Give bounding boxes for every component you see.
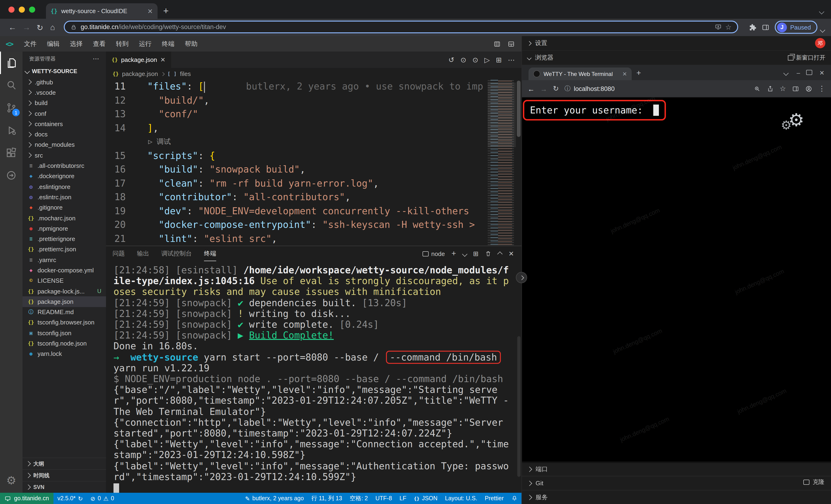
home-icon[interactable]: ⌂ xyxy=(50,23,55,32)
problems-item[interactable]: ⊘ 0 ⚠ 0 xyxy=(87,495,118,502)
menu-item[interactable]: 运行 xyxy=(134,40,156,48)
close-window-icon[interactable] xyxy=(8,6,15,13)
menu-item[interactable]: 选择 xyxy=(65,40,88,48)
tab-close-icon[interactable]: ✕ xyxy=(147,7,153,15)
formatter-item[interactable]: Prettier xyxy=(481,495,508,502)
tree-folder[interactable]: node_modules xyxy=(23,140,106,150)
terminal-scrollbar[interactable] xyxy=(517,336,520,477)
mini-reload-icon[interactable]: ↻ xyxy=(553,84,559,93)
mini-maximize-icon[interactable] xyxy=(806,70,812,76)
profile-paused-button[interactable]: J Paused xyxy=(775,21,818,34)
panel-tab[interactable]: 输出 xyxy=(137,246,149,261)
panel-tab[interactable]: 调试控制台 xyxy=(161,246,192,261)
more-actions-icon[interactable]: ⋯ xyxy=(508,56,515,64)
explorer-icon[interactable] xyxy=(0,52,23,74)
tree-file[interactable]: ©LICENSE xyxy=(23,275,106,286)
code-line[interactable]: 11 "files": [butlerx, 2 years ago • use … xyxy=(106,80,521,93)
browser-tab[interactable]: {} wetty-source - CloudIDE ✕ xyxy=(46,3,157,19)
next-change-icon[interactable]: ⊙ xyxy=(472,56,478,64)
code-line[interactable]: 16 "build": "snowpack build", xyxy=(106,163,521,177)
tab-search-icon[interactable] xyxy=(820,7,824,16)
breadcrumb[interactable]: {} package.json [ ] files xyxy=(106,68,521,80)
search-icon[interactable] xyxy=(0,74,23,96)
extensions-puzzle-icon[interactable] xyxy=(748,24,756,31)
cursor-position-item[interactable]: 行 11, 列 13 xyxy=(308,494,346,502)
tree-file[interactable]: {}tsconfig.node.json xyxy=(23,338,106,349)
tree-file[interactable]: ◆docker-compose.yml xyxy=(23,265,106,276)
browser-section-header[interactable]: 浏览器 新窗口打开 xyxy=(522,51,831,65)
code-line[interactable]: 14 ], xyxy=(106,121,521,135)
remote-explorer-icon[interactable] xyxy=(0,164,23,186)
tree-folder[interactable]: conf xyxy=(23,108,106,119)
tree-file[interactable]: ≡.prettierignore xyxy=(23,234,106,244)
toggle-layout-icon[interactable] xyxy=(493,40,501,48)
notifications-bell-icon[interactable] xyxy=(508,495,521,502)
split-terminal-icon[interactable]: ⊞ xyxy=(473,250,478,257)
right-panel-section[interactable]: Git xyxy=(522,476,831,490)
address-bar[interactable]: go.titanide.cn/ide/web/coding/wetty-sour… xyxy=(64,21,738,33)
tree-file[interactable]: ◎.eslintignore xyxy=(23,181,106,192)
mini-forward-icon[interactable]: → xyxy=(540,85,547,93)
mini-tab-close-icon[interactable]: ✕ xyxy=(622,70,627,77)
tree-folder[interactable]: .vscode xyxy=(23,87,106,98)
sidebar-section[interactable]: 大纲 xyxy=(23,457,106,469)
editor-tab-package-json[interactable]: {} package.json ✕ xyxy=(106,52,171,68)
panel-tab[interactable]: 问题 xyxy=(113,246,125,261)
right-panel-section[interactable]: 服务 xyxy=(522,490,831,504)
menu-item[interactable]: 查看 xyxy=(88,40,111,48)
source-control-icon[interactable]: 1 xyxy=(0,96,23,119)
clone-button[interactable]: 克隆 xyxy=(803,478,825,486)
mini-new-tab-icon[interactable]: + xyxy=(636,68,641,78)
minimize-window-icon[interactable] xyxy=(19,6,25,13)
sidebar-more-icon[interactable]: ⋯ xyxy=(93,55,99,62)
language-item[interactable]: {} JSON xyxy=(410,495,441,502)
discard-icon[interactable]: ↺ xyxy=(448,56,454,64)
menu-item[interactable]: 转到 xyxy=(111,40,134,48)
mini-menu-icon[interactable]: ⋮ xyxy=(818,84,825,93)
new-tab-button[interactable]: + xyxy=(163,4,169,17)
breadcrumb-file[interactable]: package.json xyxy=(122,70,158,77)
terminal-profile-select[interactable]: node xyxy=(422,250,445,257)
settings-section-header[interactable]: 设置 邓 xyxy=(522,36,831,51)
prev-change-icon[interactable]: ⊙ xyxy=(460,56,466,64)
code-line[interactable]: 19 "dev": "NODE_ENV=development concurre… xyxy=(106,204,521,218)
tree-folder[interactable]: docs xyxy=(23,129,106,140)
wetty-terminal-screen[interactable]: Enter your username: ⚙ ⚙ john.deng@qq.co… xyxy=(522,97,831,463)
code-line[interactable]: 21 "lint": "eslint src", xyxy=(106,232,521,246)
mini-profile-icon[interactable] xyxy=(805,85,812,92)
tree-file[interactable]: ≡.all-contributorsrc xyxy=(23,160,106,171)
tree-file[interactable]: {}package-lock.js...U xyxy=(23,286,106,297)
indentation-item[interactable]: 空格: 2 xyxy=(346,494,372,502)
minimap-viewport[interactable] xyxy=(488,83,516,147)
browser-menu-icon[interactable] xyxy=(821,25,825,34)
tree-folder[interactable]: src xyxy=(23,150,106,160)
tree-file[interactable]: ▣tsconfig.json xyxy=(23,328,106,338)
tree-file[interactable]: {}package.json xyxy=(23,296,106,307)
mini-chevron-down-icon[interactable] xyxy=(784,70,788,76)
eol-item[interactable]: LF xyxy=(396,495,410,502)
new-terminal-icon[interactable]: + xyxy=(451,249,456,258)
tree-file[interactable]: {}.prettierrc.json xyxy=(23,244,106,255)
tree-file[interactable]: ≡.yarnrc xyxy=(23,255,106,265)
extensions-icon[interactable] xyxy=(0,142,23,164)
expand-right-panel-button[interactable] xyxy=(516,272,527,283)
mini-side-panel-icon[interactable] xyxy=(792,85,799,92)
tree-file[interactable]: ⓘREADME.md xyxy=(23,307,106,318)
site-info-icon[interactable]: ⓘ xyxy=(564,84,571,93)
back-icon[interactable]: ← xyxy=(8,23,17,32)
code-line[interactable]: 15 "scripts": { xyxy=(106,149,521,163)
mini-back-icon[interactable]: ← xyxy=(527,85,535,93)
tree-file[interactable]: ◆.gitignore xyxy=(23,202,106,213)
panel-tab[interactable]: 终端 xyxy=(204,246,216,261)
tree-file[interactable]: ◎.eslintrc.json xyxy=(23,192,106,203)
code-editor[interactable]: 11 "files": [butlerx, 2 years ago • use … xyxy=(106,80,521,246)
codelens-line[interactable]: ▷ 调试 xyxy=(106,135,521,149)
code-line[interactable]: 12 "build/", xyxy=(106,93,521,107)
tree-file[interactable]: ●yarn.lock xyxy=(23,349,106,359)
sidebar-section[interactable]: SVN xyxy=(23,481,106,493)
code-line[interactable]: 20 "docker-compose-entrypoint": "ssh-key… xyxy=(106,218,521,232)
split-editor-icon[interactable]: ⊞ xyxy=(496,56,502,64)
sidebar-section[interactable]: 时间线 xyxy=(23,469,106,481)
menu-item[interactable]: 编辑 xyxy=(42,40,65,48)
mini-minimize-icon[interactable]: – xyxy=(797,70,800,76)
